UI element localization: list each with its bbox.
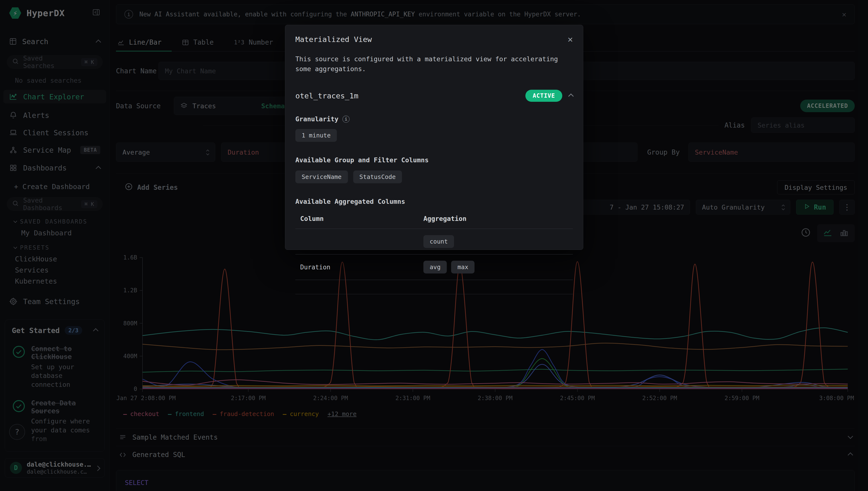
aggregation-pill: max bbox=[451, 261, 475, 273]
close-icon[interactable]: ✕ bbox=[568, 34, 573, 44]
aggregation-header: Aggregation bbox=[423, 215, 467, 222]
aggregation-pill: count bbox=[423, 235, 454, 248]
materialized-view-modal: Materialized View ✕ This source is confi… bbox=[285, 25, 583, 250]
group-column-pill: ServiceName bbox=[295, 171, 348, 183]
group-column-pill: StatusCode bbox=[353, 171, 402, 183]
column-cell: Duration bbox=[300, 264, 423, 271]
aggregated-columns-table: Column Aggregation count Duration avg ma… bbox=[295, 215, 573, 280]
hyperdx-app: ⚡ HyperDX Search Saved Searches ⌘ K No s… bbox=[0, 0, 868, 491]
modal-title: Materialized View bbox=[295, 35, 372, 44]
status-badge: ACTIVE bbox=[526, 90, 562, 102]
view-name: otel_traces_1m bbox=[295, 91, 358, 100]
granularity-value-pill: 1 minute bbox=[295, 129, 337, 142]
aggregated-heading: Available Aggregated Columns bbox=[295, 198, 573, 205]
info-icon[interactable]: i bbox=[342, 116, 350, 123]
table-row: count bbox=[295, 229, 573, 254]
column-header: Column bbox=[300, 215, 423, 222]
chevron-up-icon[interactable] bbox=[569, 92, 573, 99]
granularity-label: Granularity bbox=[295, 115, 338, 123]
aggregation-pill: avg bbox=[423, 261, 447, 273]
group-filter-heading: Available Group and Filter Columns bbox=[295, 156, 573, 164]
modal-description: This source is configured with a materia… bbox=[295, 54, 565, 74]
table-row: Duration avg max bbox=[295, 254, 573, 280]
